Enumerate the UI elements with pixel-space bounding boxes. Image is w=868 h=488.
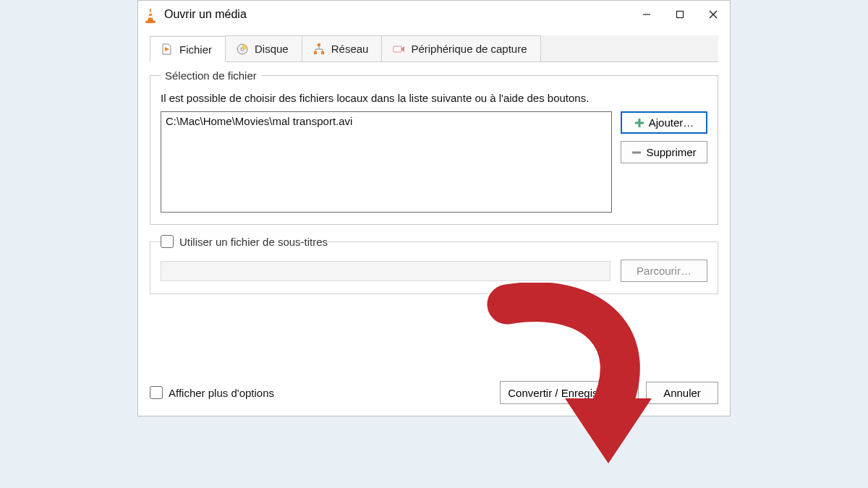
file-icon: [161, 43, 174, 56]
subtitle-checkbox[interactable]: [161, 235, 174, 248]
minus-icon: [631, 147, 642, 158]
plus-icon: [634, 118, 644, 128]
svg-rect-12: [314, 51, 317, 54]
file-list-item[interactable]: C:\Mac\Home\Movies\mal transport.avi: [166, 115, 607, 127]
subtitle-checkbox-label: Utiliser un fichier de sous-titres: [179, 236, 328, 248]
convert-save-button[interactable]: Convertir / Enregistrer: [500, 381, 621, 404]
file-selection-hint: Il est possible de choisir des fichiers …: [161, 92, 707, 104]
svg-rect-11: [318, 43, 320, 46]
tab-capture-label: Périphérique de capture: [411, 43, 527, 55]
subtitle-browse-label: Parcourir…: [637, 265, 692, 277]
tab-file-label: Fichier: [179, 43, 212, 56]
file-selection-legend: Sélection de fichier: [161, 69, 261, 82]
network-icon: [312, 43, 326, 56]
tab-disc-label: Disque: [255, 43, 289, 55]
tab-capture[interactable]: Périphérique de capture: [381, 35, 540, 61]
tab-disc[interactable]: Disque: [225, 35, 302, 61]
vlc-cone-icon: [144, 8, 157, 21]
window-controls: [630, 1, 730, 28]
subtitle-group: Utiliser un fichier de sous-titres Parco…: [150, 235, 718, 294]
window-title: Ouvrir un média: [164, 8, 630, 21]
svg-rect-3: [146, 21, 156, 23]
svg-marker-0: [148, 9, 153, 21]
svg-rect-14: [393, 46, 401, 52]
close-button[interactable]: [697, 1, 730, 28]
tab-file[interactable]: Fichier: [150, 36, 226, 62]
svg-marker-15: [401, 46, 404, 52]
file-selection-group: Sélection de fichier Il est possible de …: [150, 69, 718, 225]
titlebar: Ouvrir un média: [138, 1, 730, 28]
svg-rect-1: [148, 12, 152, 14]
disc-icon: [236, 43, 249, 56]
subtitle-path-input: [161, 261, 610, 281]
capture-icon: [392, 43, 405, 56]
tab-network[interactable]: Réseau: [302, 35, 383, 61]
tab-network-label: Réseau: [331, 43, 369, 55]
chevron-down-icon: ▾: [627, 386, 633, 399]
cancel-label: Annuler: [663, 387, 701, 399]
source-tabs: Fichier Disque Réseau Périphérique de ca…: [150, 35, 718, 62]
convert-save-split-button: Convertir / Enregistrer ▾: [500, 381, 639, 404]
dialog-footer-buttons: Convertir / Enregistrer ▾ Annuler: [500, 381, 718, 404]
subtitle-browse-button: Parcourir…: [621, 260, 707, 282]
remove-file-label: Supprimer: [646, 146, 696, 158]
more-options-label: Afficher plus d'options: [169, 387, 274, 399]
open-media-window: Ouvrir un média Fichier: [137, 0, 731, 416]
add-file-label: Ajouter…: [649, 116, 694, 129]
content: Fichier Disque Réseau Périphérique de ca…: [138, 28, 730, 416]
svg-rect-13: [321, 51, 324, 54]
file-list[interactable]: C:\Mac\Home\Movies\mal transport.avi: [161, 111, 612, 213]
maximize-button[interactable]: [663, 1, 697, 28]
svg-rect-2: [148, 16, 153, 18]
add-file-button[interactable]: Ajouter…: [621, 111, 707, 134]
convert-save-dropdown[interactable]: ▾: [621, 381, 639, 404]
minimize-button[interactable]: [630, 1, 663, 28]
cancel-button[interactable]: Annuler: [646, 382, 718, 404]
show-more-options[interactable]: Afficher plus d'options: [150, 386, 274, 399]
svg-rect-5: [677, 12, 684, 18]
convert-save-label: Convertir / Enregistrer: [508, 387, 614, 399]
more-options-checkbox[interactable]: [150, 386, 163, 399]
remove-file-button[interactable]: Supprimer: [621, 141, 707, 163]
